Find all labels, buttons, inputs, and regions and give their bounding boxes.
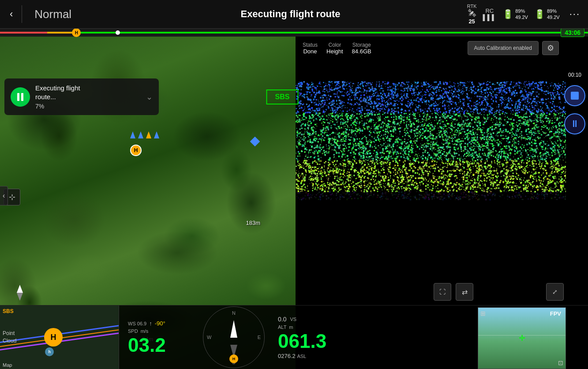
action-btns: Auto Calibration enabled ⚙ bbox=[468, 41, 559, 55]
spd-val: 03.2 bbox=[128, 335, 190, 355]
alt-label: ALT bbox=[278, 324, 286, 330]
exec-title-line2: route... bbox=[35, 93, 141, 101]
ws-arrow: ↑ bbox=[149, 320, 152, 327]
mini-map: SBS H h Map Point Cloud bbox=[0, 306, 119, 369]
pause-recording-button[interactable]: ⏸ bbox=[564, 113, 585, 134]
speed-section: WS 06.9 ↑ -90° SPD m/s 03.2 bbox=[119, 317, 198, 358]
rc-signal: ▌▌▌ bbox=[483, 14, 497, 21]
north-arrow bbox=[17, 285, 23, 293]
fpv-thumbnail: FPV ✛ ⊞ ⊡ bbox=[478, 307, 566, 369]
dir-arrow-blue1 bbox=[130, 131, 135, 138]
auto-calibration-button[interactable]: Auto Calibration enabled bbox=[468, 41, 539, 55]
right-info-area: Status Done Color Height Storage 84.6GB … bbox=[296, 37, 566, 60]
rtk-value: 25 bbox=[468, 18, 475, 25]
ws-row: WS 06.9 ↑ -90° bbox=[128, 320, 190, 327]
fpv-expand-button[interactable]: ⊞ bbox=[480, 310, 486, 317]
main-area: H 183m 54m ⊹ ‹ Executing flig bbox=[0, 37, 588, 369]
dir-arrow-blue3 bbox=[154, 131, 159, 138]
color-label: Color bbox=[328, 42, 341, 48]
mode-label: Normal bbox=[26, 7, 114, 21]
compass-ring: N S E W H bbox=[203, 306, 265, 368]
flight-title: Executing flight route bbox=[114, 8, 467, 20]
pause-button[interactable] bbox=[11, 87, 30, 107]
sbs-button[interactable]: SBS bbox=[266, 89, 299, 104]
battery1-block: 🔋 89% 49.2V bbox=[502, 8, 528, 21]
exec-panel: Executing flight route... 7% ⌄ bbox=[4, 78, 159, 115]
pc-label-2: Cloud bbox=[3, 337, 16, 345]
right-icons-column: 00:10 ⏸ bbox=[564, 72, 585, 134]
battery2-pct: 89% bbox=[547, 8, 560, 14]
left-arrow-button[interactable]: ‹ bbox=[0, 186, 8, 205]
ws-label: WS 06.9 bbox=[128, 321, 146, 326]
vs-label: VS bbox=[290, 317, 296, 322]
asl-label: ASL bbox=[297, 354, 306, 359]
alt-unit: m bbox=[289, 324, 293, 330]
stop-button[interactable] bbox=[564, 85, 585, 106]
color-col: Color Height bbox=[326, 42, 343, 55]
dir-arrow-yellow bbox=[146, 131, 151, 138]
spd-row: SPD m/s bbox=[128, 328, 190, 334]
exec-chevron[interactable]: ⌄ bbox=[146, 92, 153, 102]
spd-unit: m/s bbox=[141, 328, 149, 334]
pc-label: Point Cloud bbox=[3, 330, 16, 345]
rtk-block: RTK 🛰 25 bbox=[467, 4, 477, 25]
rtk-label: RTK bbox=[467, 4, 477, 9]
pointcloud-canvas bbox=[296, 65, 566, 223]
status-label: Status bbox=[303, 42, 318, 48]
home-marker: H bbox=[130, 145, 142, 156]
color-val: Height bbox=[326, 48, 343, 55]
compass-section: N S E W H bbox=[198, 309, 269, 366]
ws-angle: -90° bbox=[155, 320, 165, 327]
small-h-marker: h bbox=[45, 347, 54, 356]
exec-text: Executing flight route... 7% bbox=[35, 84, 141, 110]
back-button[interactable]: ‹ bbox=[4, 5, 18, 23]
map-toggle-button[interactable]: Map bbox=[3, 362, 12, 368]
rc-label: RC bbox=[485, 7, 494, 14]
compass-e: E bbox=[258, 335, 261, 340]
compass-w: W bbox=[207, 335, 211, 340]
progress-dot bbox=[116, 30, 120, 35]
pause-bar-left bbox=[17, 93, 19, 101]
exec-percent: 7% bbox=[35, 103, 141, 110]
asl-row: 0276.2 ASL bbox=[278, 353, 348, 359]
progress-h-marker: H bbox=[72, 28, 81, 37]
divider bbox=[22, 5, 22, 23]
timer-badge: 43:06 bbox=[561, 28, 584, 37]
fpv-label: FPV bbox=[550, 310, 561, 317]
alt-row: ALT m bbox=[278, 324, 348, 330]
status-val: Done bbox=[303, 48, 317, 55]
battery1-v: 49.2V bbox=[515, 14, 528, 20]
vs-val: 0.0 bbox=[278, 316, 286, 323]
swap-button[interactable]: ⇄ bbox=[456, 283, 473, 301]
alt-val: 061.3 bbox=[278, 332, 348, 351]
asl-val: 0276.2 bbox=[278, 353, 296, 359]
direction-arrows bbox=[130, 131, 159, 138]
battery2-v: 49.2V bbox=[547, 14, 560, 20]
fpv-crosshair: ✛ bbox=[519, 333, 525, 343]
south-arrow bbox=[17, 293, 23, 301]
progress-track bbox=[0, 32, 588, 34]
pause-bar-right bbox=[21, 93, 23, 101]
compass-n: N bbox=[232, 310, 236, 316]
top-bar: ‹ Normal Executing flight route RTK 🛰 25… bbox=[0, 0, 588, 29]
expand-button[interactable]: ⤢ bbox=[546, 283, 564, 301]
battery1-text: 89% 49.2V bbox=[515, 8, 528, 21]
map-type-button[interactable]: ⛶ bbox=[434, 283, 451, 301]
spd-label: SPD bbox=[128, 328, 138, 334]
mini-map-bg: SBS H h Map Point Cloud bbox=[0, 306, 119, 369]
progress-bar-row: H 43:06 bbox=[0, 29, 588, 37]
compass-drone-marker: H bbox=[229, 354, 238, 363]
storage-label: Storage bbox=[352, 42, 371, 48]
pause-icon bbox=[17, 93, 23, 101]
stop-square-icon bbox=[571, 92, 579, 100]
compass-north-arrow bbox=[230, 320, 237, 338]
more-button[interactable]: ··· bbox=[566, 7, 584, 22]
dir-arrow-blue2 bbox=[138, 131, 143, 138]
fpv-frame-button[interactable]: ⊡ bbox=[558, 359, 563, 366]
mini-map-sbs-label: SBS bbox=[3, 308, 14, 314]
exec-title-line1: Executing flight bbox=[35, 84, 141, 93]
top-right-info: RTK 🛰 25 RC ▌▌▌ 🔋 89% 49.2V 🔋 89% 49.2V … bbox=[467, 4, 584, 25]
settings-button[interactable]: ⚙ bbox=[542, 41, 559, 55]
battery1-pct: 89% bbox=[515, 8, 528, 14]
battery2-text: 89% 49.2V bbox=[547, 8, 560, 21]
